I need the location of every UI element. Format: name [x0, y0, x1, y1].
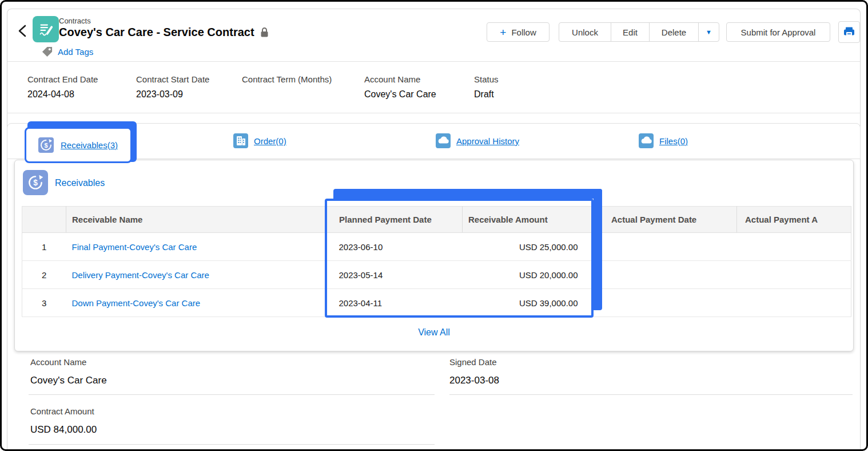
signed-date-value: 2023-03-08 — [449, 375, 499, 386]
field-label: Contract Term (Months) — [242, 74, 332, 84]
planned-date-cell: 2023-05-14 — [325, 261, 463, 289]
add-tags-link[interactable]: Add Tags — [58, 47, 93, 57]
field-label: Contract End Date — [27, 74, 98, 84]
tab-order[interactable]: Order(0) — [233, 133, 286, 148]
lock-icon — [260, 27, 269, 38]
tab-files-label[interactable]: Files(0) — [659, 136, 688, 146]
row-number-header — [22, 207, 66, 233]
receivables-icon: $ — [38, 137, 54, 153]
planned-date-cell: 2023-06-10 — [325, 233, 463, 261]
field-account-name: Account Name Covey's Car Care — [364, 74, 436, 100]
view-all-link[interactable]: View All — [418, 327, 450, 337]
row-number: 1 — [22, 233, 66, 261]
svg-text:$: $ — [44, 142, 47, 149]
tab-receivables[interactable]: $ Receivables(3) — [25, 127, 132, 163]
delete-button[interactable]: Delete — [649, 23, 698, 41]
contract-record-icon — [33, 16, 59, 42]
table-header-row: Receivable Name Planned Payment Date Rec… — [22, 207, 851, 233]
field-label: Account Name — [364, 74, 436, 84]
planned-date-cell: 2023-04-11 — [325, 289, 463, 317]
table-row: 2 Delivery Payment-Covey's Car Care 2023… — [22, 261, 851, 289]
tab-order-label[interactable]: Order(0) — [254, 136, 286, 146]
columns-highlight-fill-right — [594, 189, 602, 310]
contract-amount-value: USD 84,000.00 — [30, 424, 97, 436]
record-title-row: Covey's Car Care - Service Contract — [59, 26, 269, 39]
receivables-panel-title[interactable]: Receivables — [55, 178, 105, 188]
col-receivable-amount[interactable]: Receivable Amount — [463, 207, 594, 233]
field-status: Status Draft — [474, 74, 499, 100]
unlock-button[interactable]: Unlock — [559, 23, 611, 41]
svg-text:$: $ — [33, 178, 38, 187]
receivable-link[interactable]: Down Payment-Covey's Car Care — [72, 298, 201, 308]
signed-date-label: Signed Date — [449, 357, 497, 367]
field-divider — [29, 444, 435, 445]
field-divider — [449, 394, 853, 395]
page-title: Covey's Car Care - Service Contract — [59, 26, 254, 39]
row-number: 3 — [22, 289, 66, 317]
col-actual-payment-date[interactable]: Actual Payment Date — [594, 207, 737, 233]
amount-cell: USD 25,000.00 — [463, 233, 594, 261]
receivables-panel-icon: $ — [23, 170, 48, 195]
receivable-link[interactable]: Delivery Payment-Covey's Car Care — [72, 270, 209, 280]
amount-cell: USD 20,000.00 — [463, 261, 594, 289]
tags-row: Add Tags — [41, 46, 93, 58]
actual-date-cell — [594, 261, 737, 289]
breadcrumb: Contracts — [59, 17, 91, 25]
print-button[interactable] — [838, 21, 860, 43]
actual-date-cell — [594, 289, 737, 317]
actual-date-cell — [594, 233, 737, 261]
details-divider — [7, 113, 860, 113]
building-icon — [233, 133, 248, 148]
screenshot-root: Contracts Covey's Car Care - Service Con… — [0, 0, 868, 451]
action-button-group: Unlock Edit Delete ▼ — [559, 22, 719, 42]
cloud-icon — [436, 133, 451, 148]
plus-icon: + — [500, 27, 506, 38]
tab-approval-history[interactable]: Approval History — [436, 133, 519, 148]
field-value: Draft — [474, 89, 499, 100]
field-contract-start-date: Contract Start Date 2023-03-09 — [136, 74, 209, 100]
col-actual-payment-amount[interactable]: Actual Payment A — [737, 207, 851, 233]
actual-amount-cell — [737, 289, 851, 317]
cloud-icon — [639, 133, 654, 148]
edit-button[interactable]: Edit — [611, 23, 649, 41]
col-planned-payment-date[interactable]: Planned Payment Date — [325, 207, 463, 233]
account-name-label: Account Name — [30, 357, 86, 367]
tab-receivables-label[interactable]: Receivables(3) — [61, 140, 118, 150]
columns-highlight-fill-top — [333, 189, 602, 199]
back-chevron-icon[interactable] — [17, 24, 29, 38]
more-actions-caret-icon[interactable]: ▼ — [698, 23, 719, 41]
tab-files[interactable]: Files(0) — [639, 133, 688, 148]
tab-approval-history-label[interactable]: Approval History — [456, 136, 519, 146]
follow-label: Follow — [511, 27, 536, 37]
table-row: 1 Final Payment-Covey's Car Care 2023-06… — [22, 233, 851, 261]
receivable-link[interactable]: Final Payment-Covey's Car Care — [72, 242, 197, 252]
amount-cell: USD 39,000.00 — [463, 289, 594, 317]
header-divider — [7, 61, 860, 62]
receivables-table: Receivable Name Planned Payment Date Rec… — [22, 206, 851, 317]
row-number: 2 — [22, 261, 66, 289]
printer-icon — [843, 26, 855, 38]
field-contract-end-date: Contract End Date 2024-04-08 — [27, 74, 98, 100]
actual-amount-cell — [737, 261, 851, 289]
submit-for-approval-button[interactable]: Submit for Approval — [726, 22, 830, 42]
follow-button[interactable]: + Follow — [487, 22, 550, 42]
field-value: 2024-04-08 — [27, 89, 98, 100]
field-label: Contract Start Date — [136, 74, 209, 84]
field-value: 2023-03-09 — [136, 89, 209, 100]
field-divider — [29, 394, 435, 395]
field-label: Status — [474, 74, 499, 84]
actual-amount-cell — [737, 233, 851, 261]
account-name-link[interactable]: Covey's Car Care — [364, 89, 436, 99]
table-row: 3 Down Payment-Covey's Car Care 2023-04-… — [22, 289, 851, 317]
field-contract-term: Contract Term (Months) — [242, 74, 332, 89]
account-name-value-link[interactable]: Covey's Car Care — [30, 375, 107, 386]
col-receivable-name[interactable]: Receivable Name — [66, 207, 325, 233]
contract-amount-label: Contract Amount — [30, 406, 94, 416]
tag-icon — [41, 46, 53, 58]
